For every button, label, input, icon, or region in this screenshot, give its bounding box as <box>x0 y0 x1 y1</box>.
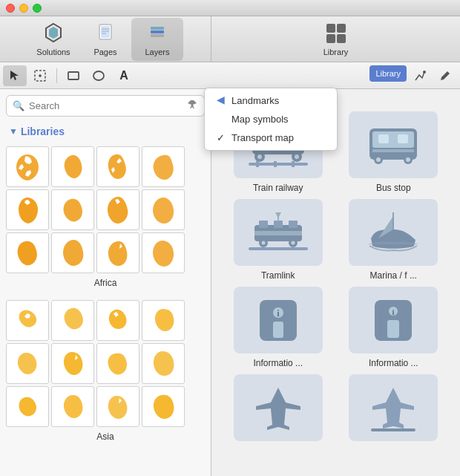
list-item[interactable] <box>51 189 94 230</box>
list-item[interactable] <box>6 232 49 273</box>
list-item[interactable] <box>142 300 185 341</box>
libraries-title: Libraries <box>21 125 65 137</box>
svg-rect-13 <box>337 34 346 43</box>
pen-tool[interactable] <box>408 65 432 86</box>
ellipse-tool[interactable] <box>87 65 111 86</box>
train-railway-label: Train railway <box>253 183 303 193</box>
maximize-button[interactable] <box>33 4 42 13</box>
svg-rect-61 <box>371 428 415 431</box>
select-tool[interactable] <box>3 65 27 86</box>
list-item[interactable] <box>142 232 185 273</box>
svg-rect-3 <box>101 26 110 38</box>
list-item[interactable] <box>6 386 49 427</box>
tools-row: A Library <box>0 62 460 89</box>
tools-right: Library <box>369 65 457 86</box>
svg-rect-11 <box>337 24 346 33</box>
library-label: Library <box>323 48 349 56</box>
symbol-grid: Train railway <box>211 100 460 457</box>
list-item[interactable] <box>96 189 139 230</box>
svg-rect-8 <box>151 30 164 33</box>
list-item[interactable] <box>142 343 185 384</box>
symbol-tramlink[interactable]: Tramlink <box>223 199 333 281</box>
library-button[interactable]: Library <box>303 18 369 61</box>
list-item[interactable] <box>6 300 49 341</box>
traffic-lights <box>6 4 42 13</box>
svg-point-16 <box>93 71 104 80</box>
pages-button[interactable]: Pages <box>79 18 131 61</box>
solutions-icon <box>43 22 64 46</box>
svg-rect-29 <box>274 161 277 167</box>
list-item[interactable] <box>96 343 139 384</box>
marina-icon-box <box>349 199 438 266</box>
rectangle-tool[interactable] <box>62 65 85 86</box>
search-input[interactable] <box>29 100 182 111</box>
tramlink-label: Tramlink <box>261 270 295 281</box>
list-item[interactable] <box>142 189 185 230</box>
symbol-information2[interactable]: i Informatio ... <box>339 287 449 368</box>
list-item[interactable] <box>51 386 94 427</box>
layers-icon <box>147 22 168 46</box>
symbol-bus-stop[interactable]: Bus stop <box>339 111 449 193</box>
list-item[interactable] <box>6 146 49 187</box>
layers-label: Layers <box>145 48 169 56</box>
list-item[interactable] <box>51 343 94 384</box>
svg-point-35 <box>376 157 381 162</box>
pencil-tool[interactable] <box>433 65 457 86</box>
toolbar: Solutions Pages <box>0 16 460 62</box>
svg-rect-48 <box>289 221 298 228</box>
library-tab-button[interactable]: Library <box>369 65 407 82</box>
svg-point-45 <box>291 241 295 244</box>
list-item[interactable] <box>96 386 139 427</box>
minimize-button[interactable] <box>19 4 28 13</box>
list-item[interactable] <box>96 232 139 273</box>
dropdown-item-transport-map[interactable]: ✓ Transport map <box>205 128 337 147</box>
symbol-airplane1[interactable] <box>223 374 333 446</box>
list-item[interactable] <box>6 343 49 384</box>
marina-icon <box>364 209 423 257</box>
list-item[interactable] <box>6 189 49 230</box>
svg-rect-51 <box>249 247 308 250</box>
information2-icon-box: i <box>349 287 438 353</box>
libraries-header: ▼ Libraries <box>0 123 211 140</box>
svg-rect-41 <box>254 231 302 235</box>
marina-label: Marina / f ... <box>370 270 417 281</box>
information2-icon: i <box>364 296 423 345</box>
symbol-airplane2[interactable] <box>339 374 449 446</box>
airplane1-icon-box <box>234 374 323 441</box>
search-icon: 🔍 <box>13 100 24 111</box>
list-item[interactable] <box>96 146 139 187</box>
pin-icon[interactable] <box>186 99 198 113</box>
asia-label: Asia <box>6 431 205 442</box>
pages-label: Pages <box>93 48 116 56</box>
back-arrow[interactable]: ◀ <box>211 91 229 108</box>
libraries-content: Africa <box>0 140 211 476</box>
solutions-button[interactable]: Solutions <box>27 18 79 61</box>
list-item[interactable] <box>51 146 94 187</box>
text-tool[interactable]: A <box>112 65 136 86</box>
left-panel: 🔍 ▼ Libraries <box>0 89 211 476</box>
list-item[interactable] <box>142 386 185 427</box>
svg-rect-39 <box>398 134 408 143</box>
dropdown-item-map-symbols[interactable]: Map symbols <box>205 110 337 128</box>
collapse-triangle[interactable]: ▼ <box>9 126 18 137</box>
svg-rect-9 <box>151 27 164 30</box>
search-bar: 🔍 <box>6 95 205 117</box>
svg-point-37 <box>406 157 410 162</box>
svg-marker-1 <box>49 27 58 39</box>
tramlink-icon-box <box>234 199 323 266</box>
list-item[interactable] <box>142 146 185 187</box>
title-bar <box>0 0 460 16</box>
airplane2-icon-box <box>349 374 438 441</box>
bus-stop-label: Bus stop <box>376 183 411 193</box>
asia-grid <box>6 300 205 427</box>
close-button[interactable] <box>6 4 15 13</box>
list-item[interactable] <box>51 232 94 273</box>
list-item[interactable] <box>51 300 94 341</box>
list-item[interactable] <box>96 300 139 341</box>
symbol-marina[interactable]: Marina / f ... <box>339 199 449 281</box>
text-select-tool[interactable] <box>28 65 52 86</box>
layers-button[interactable]: Layers <box>131 18 183 61</box>
symbol-information1[interactable]: i Informatio ... <box>223 287 333 368</box>
svg-rect-47 <box>274 221 283 228</box>
svg-point-43 <box>261 241 265 244</box>
